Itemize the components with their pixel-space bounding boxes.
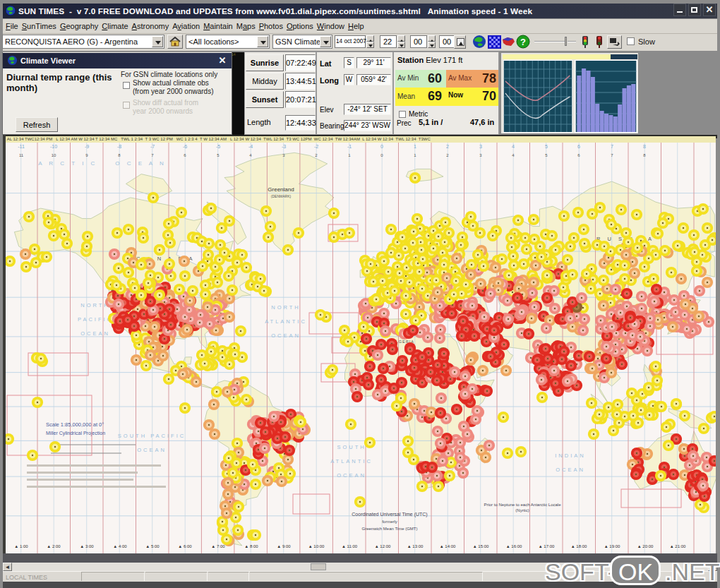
svg-text:-3: -3 — [282, 144, 286, 149]
svg-text:-11: -11 — [18, 144, 25, 149]
svg-text:▲ 1:00: ▲ 1:00 — [14, 544, 28, 548]
svg-text:▲ 8:00: ▲ 8:00 — [244, 544, 258, 548]
svg-text:5: 5 — [545, 144, 548, 149]
svg-text:▲ 11:00: ▲ 11:00 — [342, 544, 358, 548]
svg-text:-10: -10 — [50, 144, 57, 149]
svg-text:6: 6 — [577, 144, 580, 149]
svg-text:▲ 2:00: ▲ 2:00 — [47, 544, 61, 548]
svg-text:▲ 7:00: ▲ 7:00 — [211, 544, 225, 548]
svg-text:PACIFIC: PACIFIC — [78, 316, 113, 323]
svg-text:INDIAN: INDIAN — [555, 452, 585, 459]
svg-text:0: 0 — [380, 144, 383, 149]
svg-text:ATLANTIC: ATLANTIC — [330, 458, 373, 464]
svg-text:formerly: formerly — [382, 520, 397, 524]
svg-text:-1: -1 — [347, 144, 352, 149]
svg-text:SOUTH PACIFIC: SOUTH PACIFIC — [118, 433, 186, 439]
svg-text:OCEAN: OCEAN — [80, 330, 110, 337]
svg-text:▲ 9:00: ▲ 9:00 — [277, 544, 291, 548]
svg-text:-7: -7 — [150, 144, 155, 149]
svg-text:▲ 16:00: ▲ 16:00 — [506, 544, 522, 548]
svg-text:11: 11 — [19, 153, 24, 157]
svg-text:▲ 19:00: ▲ 19:00 — [604, 544, 620, 548]
svg-text:▲ 10:00: ▲ 10:00 — [308, 544, 325, 548]
svg-text:2: 2 — [446, 144, 449, 149]
svg-text:Scale 1:85,000,000 at 0°: Scale 1:85,000,000 at 0° — [46, 421, 104, 428]
svg-text:A R C T I C O C E A N: A R C T I C O C E A N — [38, 160, 167, 167]
svg-text:▲ 5:00: ▲ 5:00 — [145, 544, 160, 548]
svg-text:OCEAN: OCEAN — [137, 447, 167, 453]
svg-text:?: ? — [520, 37, 526, 47]
svg-text:(DENMARK): (DENMARK) — [271, 194, 292, 198]
svg-text:-9: -9 — [85, 144, 89, 149]
svg-text:OCEAN: OCEAN — [556, 467, 585, 473]
svg-text:-6: -6 — [183, 144, 187, 149]
svg-text:-5: -5 — [216, 144, 220, 149]
svg-text:NORTH: NORTH — [271, 304, 301, 311]
svg-text:Prior to Neptune to each Antar: Prior to Neptune to each Antarctic Local… — [484, 503, 561, 507]
svg-text:1: 1 — [414, 144, 416, 149]
svg-text:4: 4 — [512, 144, 515, 149]
svg-text:3: 3 — [479, 144, 482, 149]
svg-text:▲ 4:00: ▲ 4:00 — [113, 544, 127, 548]
svg-text:OCEAN: OCEAN — [337, 472, 366, 479]
svg-text:Coordinated Universal Time (UT: Coordinated Universal Time (UTC) — [352, 512, 427, 517]
svg-text:▲ 14:00: ▲ 14:00 — [440, 544, 456, 548]
svg-text:▲ 18:00: ▲ 18:00 — [571, 544, 587, 548]
svg-text:▲ 21:00: ▲ 21:00 — [670, 544, 686, 548]
svg-text:Miller Cylindrical Projection: Miller Cylindrical Projection — [46, 431, 105, 436]
svg-text:-4: -4 — [248, 144, 253, 149]
svg-text:▲ 12:00: ▲ 12:00 — [375, 544, 391, 548]
svg-text:Greenwich Mean Time (GMT): Greenwich Mean Time (GMT) — [361, 527, 417, 531]
svg-text:▲ 17:00: ▲ 17:00 — [539, 544, 555, 548]
svg-text:OCEAN: OCEAN — [271, 332, 301, 339]
svg-text:▲ 20:00: ▲ 20:00 — [637, 544, 654, 548]
svg-text:-8: -8 — [117, 144, 121, 149]
svg-text:7: 7 — [611, 144, 613, 149]
svg-text:ATLANTIC: ATLANTIC — [265, 318, 307, 325]
svg-text:-2: -2 — [314, 144, 318, 149]
svg-text:(Nyrtic): (Nyrtic) — [515, 508, 529, 512]
svg-text:▲ 6:00: ▲ 6:00 — [178, 544, 192, 548]
svg-text:10: 10 — [52, 153, 56, 157]
svg-text:Greenland: Greenland — [268, 186, 294, 193]
svg-text:▲ 13:00: ▲ 13:00 — [407, 544, 424, 548]
svg-text:▲ 3:00: ▲ 3:00 — [80, 544, 94, 548]
svg-text:▲ 15:00: ▲ 15:00 — [473, 544, 489, 548]
svg-text:8: 8 — [643, 144, 646, 149]
svg-text:SOUTH: SOUTH — [337, 444, 366, 450]
